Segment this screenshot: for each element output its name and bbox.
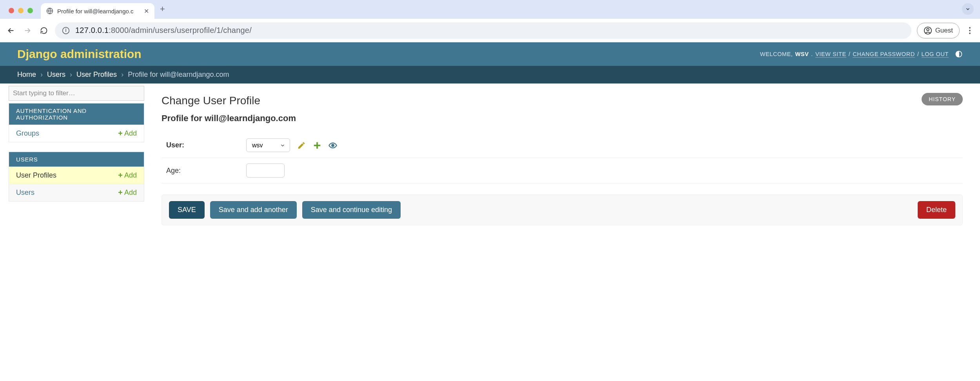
address-bar[interactable]: 127.0.0.1:8000/admin/users/userprofile/1… [55, 22, 911, 39]
welcome-text: WELCOME, [760, 51, 793, 57]
back-button[interactable] [5, 25, 16, 36]
logout-link[interactable]: LOG OUT [922, 51, 949, 58]
change-password-link[interactable]: CHANGE PASSWORD [853, 51, 915, 58]
nav-filter-input[interactable] [9, 86, 144, 101]
window-minimize-icon[interactable] [18, 8, 24, 13]
arrow-right-icon [23, 26, 32, 35]
eye-icon[interactable] [328, 141, 337, 150]
svg-point-5 [927, 28, 929, 31]
object-repr: Profile for will@learndjango.com [162, 113, 963, 123]
plus-icon: + [118, 171, 123, 180]
browser-tab-strip: Profile for will@learndjango.c ✕ + [0, 0, 980, 19]
sidebar-link-groups[interactable]: Groups [16, 129, 39, 138]
profile-button[interactable]: Guest [917, 23, 960, 38]
sidebar-link-users[interactable]: Users [16, 189, 34, 197]
delete-button[interactable]: Delete [918, 201, 955, 219]
sidebar-row-users: Users +Add [9, 184, 144, 201]
theme-toggle-icon[interactable] [955, 50, 963, 58]
browser-menu-button[interactable] [965, 27, 975, 34]
profile-label: Guest [935, 27, 953, 34]
module-caption-auth[interactable]: AUTHENTICATION AND AUTHORIZATION [9, 103, 144, 125]
age-input[interactable] [246, 163, 285, 178]
breadcrumb-home[interactable]: Home [17, 71, 36, 78]
svg-rect-8 [314, 145, 321, 146]
arrow-left-icon [7, 26, 15, 35]
user-label: User: [162, 141, 246, 149]
site-info-icon[interactable] [62, 27, 70, 34]
plus-icon[interactable] [313, 141, 321, 150]
new-tab-button[interactable]: + [160, 4, 165, 14]
plus-icon: + [118, 188, 123, 197]
module-auth: AUTHENTICATION AND AUTHORIZATION Groups … [9, 103, 144, 142]
url-text: 127.0.0.1:8000/admin/users/userprofile/1… [75, 26, 252, 35]
tab-close-icon[interactable]: ✕ [144, 7, 149, 15]
window-fullscreen-icon[interactable] [27, 8, 33, 13]
form-row-user: User: wsv [162, 133, 963, 158]
sidebar-row-groups: Groups +Add [9, 125, 144, 142]
branding[interactable]: Django administration [17, 47, 142, 61]
submit-row: SAVE Save and add another Save and conti… [162, 194, 963, 225]
page-title: Change User Profile [162, 94, 963, 107]
browser-tab[interactable]: Profile for will@learndjango.c ✕ [41, 3, 154, 19]
window-close-icon[interactable] [9, 8, 14, 13]
content-main: HISTORY Change User Profile Profile for … [144, 83, 980, 236]
module-users: USERS User Profiles +Add Users +Add [9, 152, 144, 201]
admin-header: Django administration WELCOME, WSV. VIEW… [0, 42, 980, 66]
browser-toolbar: 127.0.0.1:8000/admin/users/userprofile/1… [0, 19, 980, 42]
history-button[interactable]: HISTORY [922, 93, 963, 105]
user-tools: WELCOME, WSV. VIEW SITE / CHANGE PASSWOR… [760, 50, 963, 58]
breadcrumb-object: Profile for will@learndjango.com [128, 71, 229, 78]
nav-sidebar: AUTHENTICATION AND AUTHORIZATION Groups … [0, 83, 144, 201]
breadcrumb-app[interactable]: Users [47, 71, 65, 78]
tabs-dropdown-button[interactable] [962, 3, 974, 15]
pencil-icon[interactable] [297, 141, 306, 150]
sidebar-row-userprofiles: User Profiles +Add [9, 167, 144, 184]
view-site-link[interactable]: VIEW SITE [815, 51, 846, 58]
breadcrumbs: Home › Users › User Profiles › Profile f… [0, 66, 980, 83]
related-widget-tools [297, 141, 337, 150]
window-controls [4, 8, 38, 19]
plus-icon: + [118, 129, 123, 138]
svg-point-3 [66, 29, 66, 29]
reload-button[interactable] [38, 25, 49, 36]
tab-title: Profile for will@learndjango.c [57, 8, 140, 15]
chevron-down-icon [965, 6, 971, 12]
add-groups-link[interactable]: +Add [118, 129, 137, 138]
add-userprofiles-link[interactable]: +Add [118, 171, 137, 180]
user-circle-icon [924, 26, 932, 35]
breadcrumb-model[interactable]: User Profiles [76, 71, 117, 78]
save-continue-button[interactable]: Save and continue editing [302, 201, 401, 219]
age-label: Age: [162, 167, 246, 175]
username: WSV [795, 51, 809, 57]
form-row-age: Age: [162, 158, 963, 183]
svg-point-9 [332, 144, 334, 147]
save-button[interactable]: SAVE [169, 201, 205, 219]
forward-button[interactable] [22, 25, 33, 36]
save-add-another-button[interactable]: Save and add another [210, 201, 297, 219]
globe-icon [46, 7, 53, 15]
object-tools: HISTORY [922, 93, 963, 105]
add-users-link[interactable]: +Add [118, 188, 137, 197]
user-select[interactable]: wsv [246, 138, 290, 152]
sidebar-link-userprofiles[interactable]: User Profiles [16, 171, 56, 180]
reload-icon [40, 27, 48, 34]
module-caption-users[interactable]: USERS [9, 152, 144, 167]
